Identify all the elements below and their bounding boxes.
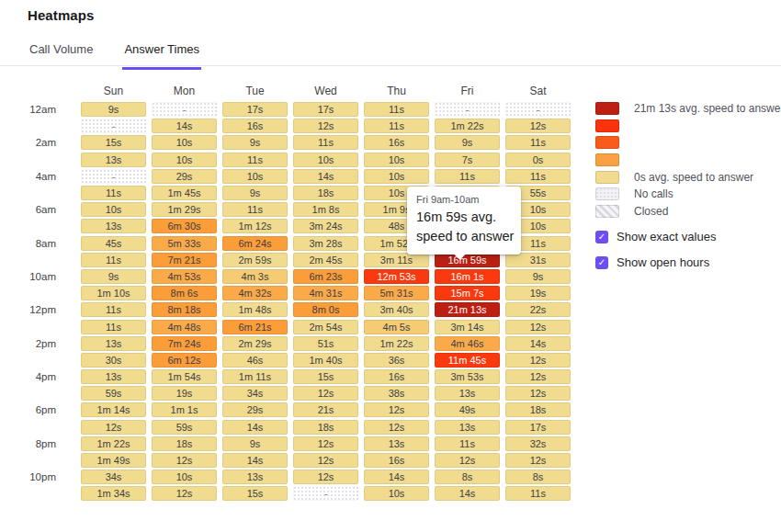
heatmap-cell[interactable]: 10s xyxy=(81,202,146,217)
heatmap-cell[interactable]: 12s xyxy=(505,119,571,133)
heatmap-cell[interactable]: 19s xyxy=(505,286,571,300)
heatmap-cell[interactable]: 11s xyxy=(364,102,429,117)
heatmap-cell[interactable]: 1m 8s xyxy=(293,202,358,217)
heatmap-cell[interactable]: 12s xyxy=(505,320,571,334)
heatmap-cell[interactable]: 11s xyxy=(505,486,571,501)
heatmap-cell[interactable]: 8s xyxy=(435,470,500,484)
heatmap-cell[interactable]: 16s xyxy=(222,119,288,133)
heatmap-cell[interactable]: 10s xyxy=(152,470,217,484)
heatmap-cell[interactable]: 1m 48s xyxy=(222,302,288,317)
heatmap-cell[interactable]: 10s xyxy=(152,153,217,167)
heatmap-cell[interactable]: 12s xyxy=(152,486,217,501)
heatmap-cell[interactable]: 3m 11s xyxy=(364,253,429,267)
heatmap-cell[interactable]: 11s xyxy=(81,302,146,317)
checkbox-checked-icon[interactable]: ✓ xyxy=(595,231,608,243)
heatmap-cell[interactable]: 1m 22s xyxy=(81,436,146,451)
heatmap-cell[interactable]: 17s xyxy=(222,102,288,117)
heatmap-cell[interactable]: 12s xyxy=(81,420,146,435)
heatmap-cell[interactable]: 18s xyxy=(505,402,571,417)
heatmap-cell[interactable]: 11s xyxy=(222,153,288,167)
heatmap-cell[interactable]: 6m 12s xyxy=(152,353,217,368)
heatmap-cell[interactable]: 11m 45s xyxy=(435,353,500,368)
heatmap-cell[interactable]: 31s xyxy=(505,253,571,267)
heatmap-cell[interactable]: 12s xyxy=(505,386,571,401)
heatmap-cell[interactable]: 19s xyxy=(152,386,217,401)
heatmap-cell[interactable]: 5m 31s xyxy=(364,286,429,300)
heatmap-cell[interactable]: 1m 22s xyxy=(364,336,429,351)
heatmap-cell[interactable]: 12s xyxy=(293,436,358,451)
heatmap-cell[interactable]: 11s xyxy=(293,135,358,150)
heatmap-cell[interactable]: 13s xyxy=(81,369,146,384)
heatmap-cell[interactable]: 59s xyxy=(152,420,217,435)
heatmap-cell[interactable]: 5m 33s xyxy=(152,236,217,251)
heatmap-cell[interactable]: 11s xyxy=(81,253,146,267)
heatmap-cell[interactable]: 12m 53s xyxy=(364,269,429,284)
heatmap-cell[interactable]: 34s xyxy=(81,470,146,484)
heatmap-cell[interactable]: - xyxy=(435,102,500,117)
heatmap-cell[interactable]: 14s xyxy=(293,169,358,184)
heatmap-cell[interactable]: 16m 1s xyxy=(435,269,500,284)
heatmap-cell[interactable]: 10s xyxy=(364,486,429,501)
heatmap-cell[interactable]: 4m 3s xyxy=(222,269,288,284)
heatmap-cell[interactable]: 1m 45s xyxy=(152,186,217,200)
heatmap-cell[interactable]: 9s xyxy=(81,102,146,117)
heatmap-cell[interactable]: 1m 10s xyxy=(81,286,146,300)
heatmap-cell[interactable]: 34s xyxy=(222,386,288,401)
heatmap-cell[interactable]: 12s xyxy=(505,453,571,468)
heatmap-cell[interactable]: 32s xyxy=(505,436,571,451)
heatmap-cell[interactable]: 11s xyxy=(505,135,571,150)
heatmap-cell[interactable]: 49s xyxy=(435,402,500,417)
heatmap-cell[interactable]: 3m 28s xyxy=(293,236,358,251)
heatmap-cell[interactable]: 17s xyxy=(293,102,358,117)
heatmap-cell[interactable]: 15m 7s xyxy=(435,286,500,300)
heatmap-cell[interactable]: 1m 22s xyxy=(435,119,500,133)
heatmap-cell[interactable]: 1m 54s xyxy=(152,369,217,384)
heatmap-cell[interactable]: 15s xyxy=(81,135,146,150)
show-open-hours-checkbox[interactable]: ✓ Show open hours xyxy=(595,255,716,269)
heatmap-cell[interactable]: 8m 6s xyxy=(152,286,217,300)
heatmap-cell[interactable]: 18s xyxy=(293,420,358,435)
heatmap-cell[interactable]: 16m 59s xyxy=(435,253,500,267)
heatmap-cell[interactable]: 13s xyxy=(435,420,500,435)
heatmap-cell[interactable]: 1m 49s xyxy=(81,453,146,468)
heatmap-cell[interactable]: 7s xyxy=(435,153,500,167)
heatmap-cell[interactable]: - xyxy=(293,486,358,501)
heatmap-cell[interactable]: 1m 34s xyxy=(81,486,146,501)
checkbox-checked-icon[interactable]: ✓ xyxy=(595,256,608,269)
heatmap-cell[interactable]: 10s xyxy=(364,153,429,167)
heatmap-cell[interactable]: 3m 14s xyxy=(435,320,500,334)
heatmap-cell[interactable]: 14s xyxy=(222,453,288,468)
heatmap-cell[interactable]: 3m 53s xyxy=(435,369,500,384)
heatmap-cell[interactable]: 2m 29s xyxy=(222,336,288,351)
heatmap-cell[interactable]: 7m 21s xyxy=(152,253,217,267)
heatmap-cell[interactable]: 14s xyxy=(435,486,500,501)
heatmap-cell[interactable]: 12s xyxy=(364,402,429,417)
heatmap-cell[interactable]: 11s xyxy=(435,169,500,184)
heatmap-cell[interactable]: 11s xyxy=(81,186,146,200)
heatmap-cell[interactable]: 4m 5s xyxy=(364,320,429,334)
heatmap-cell[interactable]: 11s xyxy=(364,119,429,133)
heatmap-cell[interactable]: 45s xyxy=(81,236,146,251)
heatmap-cell[interactable]: 16s xyxy=(364,369,429,384)
heatmap-cell[interactable]: 22s xyxy=(505,302,571,317)
heatmap-cell[interactable]: 10s xyxy=(152,135,217,150)
heatmap-cell[interactable]: 14s xyxy=(222,420,288,435)
show-exact-values-checkbox[interactable]: ✓ Show exact values xyxy=(595,230,716,243)
heatmap-cell[interactable]: 11s xyxy=(435,436,500,451)
heatmap-cell[interactable]: 38s xyxy=(364,386,429,401)
heatmap-cell[interactable]: 9s xyxy=(222,186,288,200)
heatmap-cell[interactable]: 16s xyxy=(364,453,429,468)
heatmap-cell[interactable]: 6m 30s xyxy=(152,219,217,233)
heatmap-cell[interactable]: 6m 21s xyxy=(222,320,288,334)
heatmap-cell[interactable]: 15s xyxy=(222,486,288,501)
heatmap-cell[interactable]: 8s xyxy=(505,470,571,484)
heatmap-cell[interactable]: 4m 46s xyxy=(435,336,500,351)
heatmap-cell[interactable]: 9s xyxy=(505,269,571,284)
heatmap-cell[interactable]: 10s xyxy=(364,169,429,184)
heatmap-cell[interactable]: 12s xyxy=(293,119,358,133)
heatmap-cell[interactable]: 51s xyxy=(293,336,358,351)
heatmap-cell[interactable]: 6m 24s xyxy=(222,236,288,251)
heatmap-cell[interactable]: 14s xyxy=(505,336,571,351)
heatmap-cell[interactable]: 1m 12s xyxy=(222,219,288,233)
heatmap-cell[interactable]: 29s xyxy=(152,169,217,184)
